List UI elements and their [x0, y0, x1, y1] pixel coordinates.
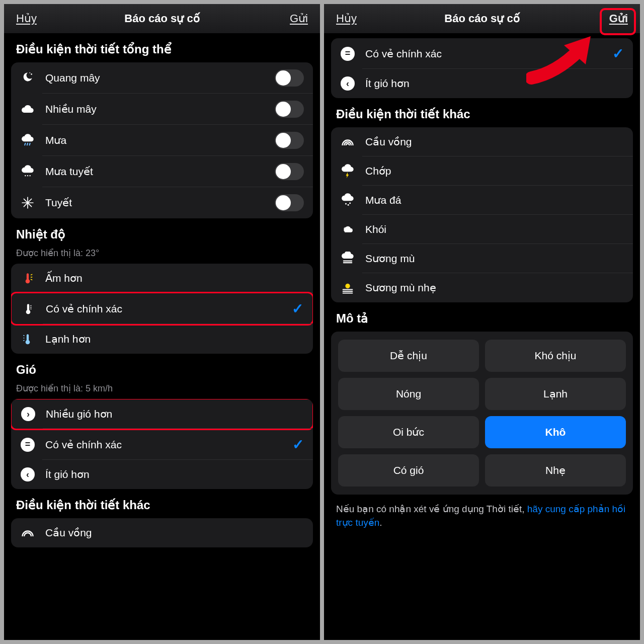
- section-other-title: Điều kiện thời tiết khác: [11, 489, 313, 518]
- chip-oi-bức[interactable]: Oi bức: [338, 416, 479, 448]
- row-sleet[interactable]: Mưa tuyết: [11, 156, 313, 187]
- screen-left: Hủy Báo cáo sự cố Gửi Điều kiện thời tiế…: [4, 4, 320, 640]
- chip-nóng[interactable]: Nóng: [338, 378, 479, 410]
- equals-icon: =: [340, 46, 355, 61]
- svg-point-6: [348, 204, 349, 206]
- row-label: Mưa tuyết: [45, 166, 265, 178]
- cancel-button[interactable]: Hủy: [16, 12, 37, 25]
- toggle[interactable]: [275, 163, 304, 180]
- row-label: Cầu vồng: [45, 527, 304, 539]
- chip-có-gió[interactable]: Có gió: [338, 454, 479, 487]
- row-snow[interactable]: Tuyết: [11, 187, 313, 218]
- chip-khô[interactable]: Khô: [485, 416, 626, 448]
- row-label: Nhiều mây: [45, 103, 265, 115]
- svg-point-0: [31, 73, 32, 75]
- row-lightning[interactable]: Chớp: [331, 156, 633, 186]
- other-card: Cầu vồng Chớp Mưa đá Khói Sương mù Sương…: [331, 127, 633, 302]
- svg-point-1: [29, 72, 30, 73]
- smoke-icon: [340, 222, 355, 237]
- row-smoke[interactable]: Khói: [331, 215, 633, 244]
- section-temp-subtitle: Được hiển thị là: 23°: [11, 248, 313, 264]
- more-icon: ›: [21, 407, 36, 422]
- svg-point-3: [27, 175, 28, 176]
- overall-card: Quang mây Nhiều mây Mưa: [11, 62, 313, 218]
- svg-point-4: [30, 175, 31, 176]
- row-hail[interactable]: Mưa đá: [331, 186, 633, 215]
- row-cloudy[interactable]: Nhiều mây: [11, 94, 313, 125]
- section-overall-title: Điều kiện thời tiết tổng thể: [11, 33, 313, 62]
- chip-lạnh[interactable]: Lạnh: [485, 378, 626, 410]
- svg-point-7: [349, 202, 351, 204]
- checkmark-icon: ✓: [612, 45, 624, 62]
- toggle[interactable]: [275, 101, 304, 118]
- section-temp-title: Nhiệt độ: [11, 218, 313, 248]
- row-accurate-wind[interactable]: = Có vẻ chính xác ✓: [331, 38, 633, 69]
- less-icon: ‹: [20, 467, 35, 482]
- rainbow-icon: [20, 525, 35, 540]
- row-label: Lạnh hơn: [45, 333, 304, 345]
- equals-icon: =: [20, 437, 35, 452]
- svg-point-5: [345, 203, 347, 204]
- row-label: Có vẻ chính xác: [365, 48, 602, 60]
- send-button[interactable]: Gửi: [609, 12, 628, 25]
- row-label: Nhiều gió hơn: [46, 408, 303, 420]
- row-accurate-wind[interactable]: = Có vẻ chính xác ✓: [11, 429, 313, 460]
- screen-right: Hủy Báo cáo sự cố Gửi = Có vẻ chính xác …: [324, 4, 640, 640]
- thermometer-cold-icon: [20, 332, 35, 347]
- row-haze[interactable]: Sương mù nhẹ: [331, 273, 633, 302]
- row-warmer[interactable]: Ấm hơn: [11, 264, 313, 293]
- row-label: Cầu vồng: [365, 136, 624, 148]
- section-desc-title: Mô tả: [331, 302, 633, 332]
- row-rainbow-peek[interactable]: Cầu vồng: [11, 518, 313, 547]
- cloud-icon: [20, 102, 35, 117]
- row-less-wind[interactable]: ‹ Ít gió hơn: [11, 460, 313, 489]
- sleet-icon: [20, 164, 35, 179]
- haze-icon: [340, 280, 355, 295]
- moon-icon: [20, 70, 35, 86]
- rainbow-icon: [340, 134, 355, 149]
- row-more-wind-highlighted[interactable]: › Nhiều gió hơn: [11, 399, 313, 430]
- section-wind-subtitle: Được hiển thị là: 5 km/h: [11, 383, 313, 399]
- header: Hủy Báo cáo sự cố Gửi: [324, 4, 640, 33]
- row-rain[interactable]: Mưa: [11, 125, 313, 156]
- chip-khó-chịu[interactable]: Khó chịu: [485, 340, 626, 372]
- rain-icon: [20, 133, 35, 148]
- checkmark-icon: ✓: [292, 436, 304, 453]
- toggle[interactable]: [275, 69, 304, 87]
- snowflake-icon: [20, 195, 35, 210]
- hail-icon: [340, 193, 355, 208]
- row-label: Có vẻ chính xác: [46, 303, 282, 315]
- row-label: Quang mây: [45, 72, 265, 84]
- lightning-icon: [340, 164, 355, 179]
- svg-point-8: [345, 284, 350, 288]
- row-label: Ít gió hơn: [45, 468, 304, 480]
- row-label: Sương mù nhẹ: [365, 282, 624, 294]
- row-label: Tuyết: [45, 197, 265, 209]
- toggle[interactable]: [275, 132, 304, 149]
- svg-point-2: [25, 175, 26, 176]
- cancel-button[interactable]: Hủy: [336, 12, 357, 25]
- less-icon: ‹: [340, 76, 355, 91]
- row-fog[interactable]: Sương mù: [331, 244, 633, 273]
- row-label: Có vẻ chính xác: [45, 439, 282, 451]
- row-colder[interactable]: Lạnh hơn: [11, 325, 313, 354]
- toggle[interactable]: [275, 194, 304, 211]
- row-less-wind[interactable]: ‹ Ít gió hơn: [331, 69, 633, 98]
- chip-nhẹ[interactable]: Nhẹ: [485, 454, 626, 487]
- row-clear[interactable]: Quang mây: [11, 62, 313, 94]
- fog-icon: [340, 251, 355, 266]
- row-rainbow[interactable]: Cầu vồng: [331, 127, 633, 156]
- footnote: Nếu bạn có nhận xét về ứng dụng Thời tiế…: [331, 495, 633, 529]
- content-left: Điều kiện thời tiết tổng thể Quang mây N…: [4, 33, 320, 640]
- row-label: Sương mù: [365, 253, 624, 265]
- page-title: Báo cáo sự cố: [444, 12, 519, 25]
- content-right: = Có vẻ chính xác ✓ ‹ Ít gió hơn Điều ki…: [324, 33, 640, 640]
- section-wind-title: Gió: [11, 354, 313, 383]
- wind-card-tail: = Có vẻ chính xác ✓ ‹ Ít gió hơn: [331, 38, 633, 98]
- checkmark-icon: ✓: [292, 300, 303, 317]
- row-accurate-highlighted[interactable]: Có vẻ chính xác ✓: [11, 292, 313, 326]
- send-button[interactable]: Gửi: [290, 12, 308, 25]
- row-label: Chớp: [365, 165, 624, 177]
- chip-dễ-chịu[interactable]: Dễ chịu: [338, 340, 479, 372]
- other-card-peek: Cầu vồng: [11, 518, 313, 547]
